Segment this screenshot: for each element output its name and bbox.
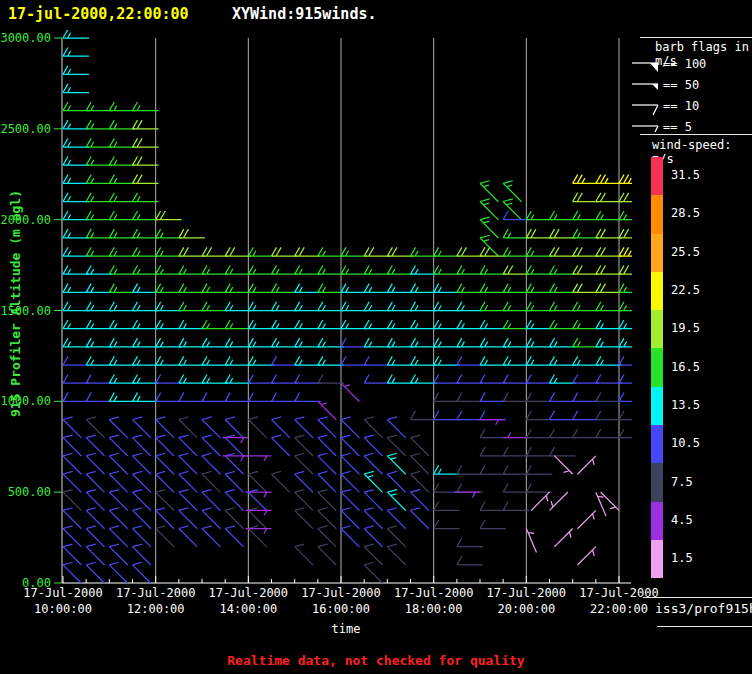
wind-barb [573,320,599,329]
wind-barb [179,266,205,275]
wind-barb [596,320,622,329]
wind-barb [156,266,182,275]
wind-barb [109,284,135,293]
flag-100-icon [631,54,661,75]
wind-barb [86,356,112,365]
wind-barb [364,302,390,311]
wind-barb [225,302,251,311]
wind-barb [550,302,576,311]
wind-barb [503,432,529,437]
wind-barb [86,266,112,275]
colorbar-segment [651,272,663,310]
wind-barb [503,502,529,511]
wind-barb [156,356,182,365]
wind-barb [86,120,112,129]
colorbar-value-label: 19.5 [671,321,700,335]
wind-barb [526,229,552,238]
wind-barb [596,247,622,256]
wind-barb [526,356,552,365]
wind-barb [596,193,622,202]
wind-barb [63,157,89,166]
wind-barb [434,520,460,529]
wind-barb [457,484,483,493]
barb-legend-item: == 100 [631,54,752,75]
wind-barb [341,266,367,275]
wind-barb [295,356,321,365]
wind-barb [619,302,645,311]
wind-barb [63,193,89,202]
colorbar-value-label: 31.5 [671,168,700,182]
wind-barb [573,429,599,438]
wind-barb [156,302,182,311]
wind-barb [596,175,622,184]
wind-barb [457,393,483,402]
wind-barb [63,375,89,384]
wind-barb [550,338,576,347]
wind-barb [434,502,460,511]
wind-barb [109,138,135,147]
wind-barb [179,338,205,347]
wind-barb [179,247,205,256]
colorbar-segment [651,540,663,578]
wind-barb [86,393,112,402]
wind-barb [480,356,506,365]
wind-barb [503,484,529,493]
wind-barb [109,562,127,583]
wind-barb [295,284,321,293]
wind-barb [550,284,576,293]
wind-barb [364,320,390,329]
wind-barb [596,375,622,384]
wind-barb [202,266,228,275]
wind-barb [318,356,344,365]
wind-barb [318,375,344,384]
wind-barb [133,120,159,129]
wind-barb [596,284,622,293]
wind-barb [503,284,529,293]
wind-barb [341,338,367,347]
wind-barb [577,510,595,528]
wind-barb [526,284,552,293]
wind-barb [573,338,599,347]
wind-barb [63,562,81,583]
wind-barb [411,356,437,365]
wind-barb [225,320,251,329]
wind-barb [133,375,159,384]
wind-barb [133,320,159,329]
wind-barb [133,338,159,347]
wind-barb [86,193,112,202]
wind-barb [248,375,274,384]
wind-barb [480,502,506,511]
wind-barb [411,320,437,329]
wind-barb [573,211,599,220]
wind-barb [503,247,529,256]
wind-barb [156,375,182,384]
wind-barb [503,229,529,238]
wind-barb [550,447,576,456]
wind-barb [457,538,483,547]
station-label: iss3/prof915h [655,601,752,616]
wind-barb [133,393,159,402]
wind-barb [202,375,228,384]
wind-barb [619,284,645,293]
wind-barb [411,338,437,347]
wind-barb [156,284,182,293]
wind-barb [411,508,429,529]
wind-barb [457,320,483,329]
wind-barb [63,229,89,238]
wind-barb [272,471,290,492]
wind-barb [86,284,112,293]
barb-legend-value: == 10 [663,99,699,113]
wind-barb [480,338,506,347]
wind-barb [202,247,228,256]
wind-barb [364,284,390,293]
wind-barb [387,302,413,311]
wind-barb [503,465,529,474]
wind-barb [248,320,274,329]
wind-barb [295,375,321,384]
wind-barb [457,465,483,474]
wind-barb [179,284,205,293]
wind-barb [248,338,274,347]
wind-barb [109,157,135,166]
x-tick-date: 17-Jul-2000 [487,586,566,600]
colorbar-segment [651,234,663,272]
